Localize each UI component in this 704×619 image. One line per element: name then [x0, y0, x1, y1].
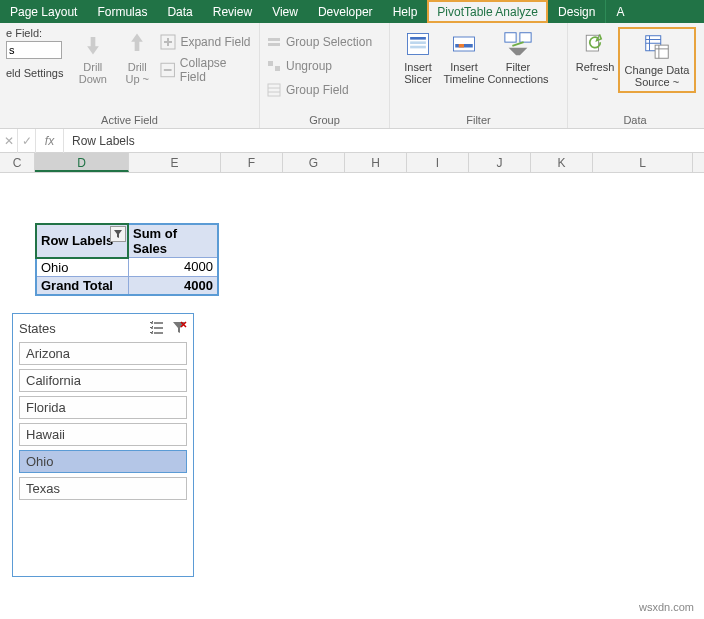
pivot-filter-button[interactable] [110, 226, 126, 242]
group-active-field: e Field: eld Settings Drill Down Drill U… [0, 23, 260, 128]
collapse-icon [160, 62, 175, 78]
pivot-row-label[interactable]: Ohio [36, 258, 128, 277]
group-selection-button[interactable]: Group Selection [266, 31, 372, 53]
slicer-title: States [19, 321, 56, 336]
filter-connections-icon [502, 29, 534, 59]
enter-icon[interactable]: ✓ [18, 129, 36, 153]
tab-formulas[interactable]: Formulas [87, 0, 157, 23]
col-c[interactable]: C [0, 153, 35, 172]
multiselect-icon[interactable] [149, 320, 165, 336]
svg-rect-9 [459, 44, 464, 48]
col-f[interactable]: F [221, 153, 283, 172]
tab-pivottable-analyze[interactable]: PivotTable Analyze [427, 0, 548, 23]
col-i[interactable]: I [407, 153, 469, 172]
col-d[interactable]: D [35, 153, 129, 172]
tab-data[interactable]: Data [157, 0, 202, 23]
group-field-button[interactable]: Group Field [266, 79, 349, 101]
clear-filter-icon[interactable] [171, 320, 187, 336]
insert-timeline-button[interactable]: Insert Timeline [442, 27, 486, 87]
group-group: Group Selection Ungroup Group Field Grou… [260, 23, 390, 128]
pivot-table: Row Labels Sum of Sales Ohio 4000 Grand … [35, 223, 219, 296]
svg-rect-4 [410, 37, 426, 40]
slicer-item[interactable]: California [19, 369, 187, 392]
slicer-items: ArizonaCaliforniaFloridaHawaiiOhioTexas [19, 342, 187, 500]
formula-bar: ✕ ✓ fx Row Labels [0, 129, 704, 153]
slicer-item[interactable]: Arizona [19, 342, 187, 365]
col-h[interactable]: H [345, 153, 407, 172]
collapse-field-button[interactable]: Collapse Field [160, 59, 253, 81]
cancel-icon[interactable]: ✕ [0, 129, 18, 153]
expand-field-button[interactable]: Expand Field [160, 31, 253, 53]
pivot-row-labels-header[interactable]: Row Labels [36, 224, 128, 258]
svg-rect-11 [520, 33, 531, 42]
ribbon-tabs: Page Layout Formulas Data Review View De… [0, 0, 704, 23]
active-field-input[interactable] [6, 41, 62, 59]
slicer-item[interactable]: Florida [19, 396, 187, 419]
ribbon: e Field: eld Settings Drill Down Drill U… [0, 23, 704, 129]
change-data-source-button[interactable]: Change Data Source ~ [621, 30, 693, 90]
filter-connections-button[interactable]: Filter Connections [488, 27, 548, 87]
col-l[interactable]: L [593, 153, 693, 172]
tab-view[interactable]: View [262, 0, 308, 23]
slicer-item[interactable]: Hawaii [19, 423, 187, 446]
group-label-data: Data [574, 112, 696, 126]
svg-rect-5 [410, 41, 426, 44]
worksheet-grid[interactable]: Row Labels Sum of Sales Ohio 4000 Grand … [0, 173, 704, 619]
col-j[interactable]: J [469, 153, 531, 172]
svg-rect-6 [410, 46, 426, 49]
group-selection-icon [266, 34, 282, 50]
ungroup-icon [266, 58, 282, 74]
tab-developer[interactable]: Developer [308, 0, 383, 23]
group-label-group: Group [266, 112, 383, 126]
tab-page-layout[interactable]: Page Layout [0, 0, 87, 23]
group-field-icon [266, 82, 282, 98]
slicer-item[interactable]: Texas [19, 477, 187, 500]
ungroup-button[interactable]: Ungroup [266, 55, 332, 77]
expand-icon [160, 34, 176, 50]
slicer-item[interactable]: Ohio [19, 450, 187, 473]
col-g[interactable]: G [283, 153, 345, 172]
insert-slicer-button[interactable]: Insert Slicer [396, 27, 440, 87]
formula-value[interactable]: Row Labels [64, 134, 135, 148]
col-k[interactable]: K [531, 153, 593, 172]
refresh-icon [581, 29, 609, 59]
change-source-icon [641, 32, 673, 62]
svg-rect-14 [655, 45, 668, 58]
tab-help[interactable]: Help [383, 0, 428, 23]
group-data: Refresh ~ Change Data Source ~ Data [568, 23, 702, 128]
drill-down-icon [79, 29, 107, 59]
watermark: wsxdn.com [639, 601, 694, 613]
refresh-button[interactable]: Refresh ~ [574, 27, 616, 87]
group-filter: Insert Slicer Insert Timeline Filter Con… [390, 23, 568, 128]
pivot-grand-total-value[interactable]: 4000 [128, 276, 218, 295]
active-field-label: e Field: [6, 27, 70, 39]
tab-overflow[interactable]: A [606, 0, 634, 23]
pivot-values-header[interactable]: Sum of Sales [128, 224, 218, 258]
pivot-row-value[interactable]: 4000 [128, 258, 218, 277]
group-label-filter: Filter [396, 112, 561, 126]
drill-up-button[interactable]: Drill Up ~ [116, 27, 158, 87]
tab-design[interactable]: Design [548, 0, 606, 23]
slicer-icon [404, 29, 432, 59]
slicer-panel[interactable]: States ArizonaCaliforniaFloridaHawaiiOhi… [12, 313, 194, 577]
col-e[interactable]: E [129, 153, 221, 172]
tab-review[interactable]: Review [203, 0, 262, 23]
funnel-icon [113, 229, 123, 239]
svg-rect-10 [505, 33, 516, 42]
fx-button[interactable]: fx [36, 129, 64, 153]
svg-rect-2 [268, 84, 280, 96]
drill-down-button[interactable]: Drill Down [72, 27, 114, 87]
column-headers: C D E F G H I J K L [0, 153, 704, 173]
timeline-icon [450, 29, 478, 59]
group-label-active-field: Active Field [6, 112, 253, 126]
drill-up-icon [123, 29, 151, 59]
field-settings-link[interactable]: eld Settings [6, 61, 70, 79]
pivot-grand-total-label[interactable]: Grand Total [36, 276, 128, 295]
change-data-source-highlight: Change Data Source ~ [618, 27, 696, 93]
